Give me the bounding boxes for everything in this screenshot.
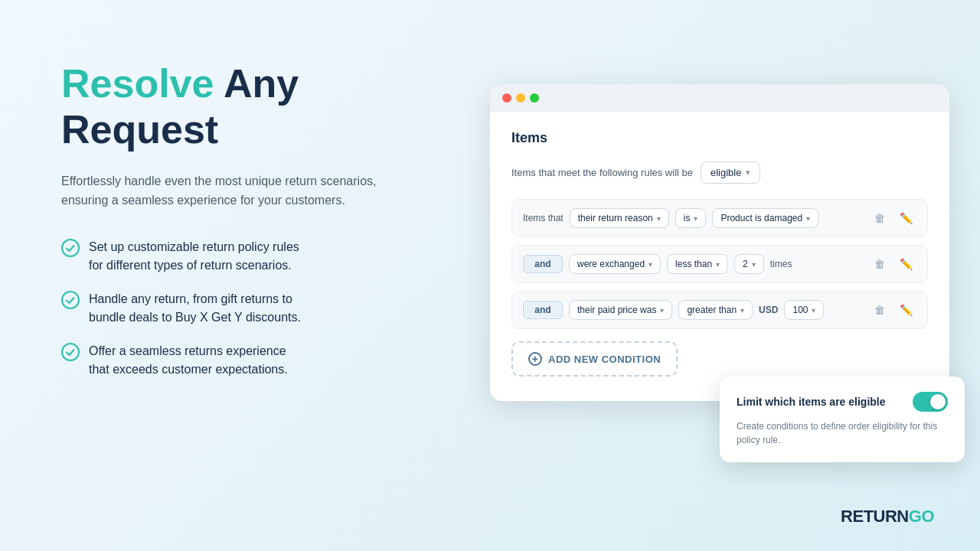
row2-unit: times [770,259,792,269]
check-circle-icon-1 [61,239,80,257]
feature-list: Set up customizable return policy rulesf… [61,238,429,379]
row1-edit-button[interactable]: ✏️ [895,207,916,229]
row2-delete-button[interactable]: 🗑 [869,253,890,275]
feature-item-2: Handle any return, from gift returns tob… [61,290,429,327]
row3-currency: USD [759,305,778,315]
row2-number-value: 2 [743,259,748,269]
eligibility-select[interactable]: eligible ▾ [701,161,760,184]
row2-edit-button[interactable]: ✏️ [895,253,916,275]
row3-operator-value: greater than [687,305,737,315]
add-condition-button[interactable]: + ADD NEW CONDITION [511,341,678,377]
add-condition-plus-icon: + [528,352,542,366]
eligibility-value: eligible [710,167,741,178]
row1-operator-chevron-icon: ▾ [694,214,697,223]
row3-actions: 🗑 ✏️ [869,299,916,321]
row1-field-value: their return reason [578,213,653,223]
dot-red [502,93,511,103]
row3-number-select[interactable]: 100 ▾ [784,300,824,320]
row1-operator-select[interactable]: is ▾ [675,208,707,228]
row1-actions: 🗑 ✏️ [869,207,916,229]
tooltip-description: Create conditions to define order eligib… [737,419,948,447]
left-panel: Resolve AnyRequest Effortlessly handle e… [61,61,429,379]
check-circle-icon-3 [61,343,80,361]
toggle-knob [930,394,946,409]
browser-titlebar [490,84,949,112]
feature-item-3: Offer a seamless returns experiencethat … [61,342,429,379]
row2-actions: 🗑 ✏️ [869,253,916,275]
browser-window: Items Items that meet the following rule… [490,84,949,401]
logo-go: GO [909,507,934,526]
feature-item-1: Set up customizable return policy rulesf… [61,238,429,275]
row2-field-value: were exchanged [577,259,645,269]
browser-content: Items Items that meet the following rule… [490,112,949,401]
row1-delete-button[interactable]: 🗑 [869,207,890,229]
logo-return: RETURN [841,507,909,526]
row1-field-select[interactable]: their return reason ▾ [570,208,669,228]
row2-and-badge: and [523,255,563,273]
row1-value-chevron-icon: ▾ [806,214,810,223]
feature-text-2: Handle any return, from gift returns tob… [89,290,301,327]
eligibility-chevron-icon: ▾ [746,168,750,178]
row1-value-text: Product is damaged [720,213,802,223]
row3-operator-select[interactable]: greater than ▾ [678,300,753,320]
feature-text-3: Offer a seamless returns experiencethat … [89,342,288,379]
add-condition-label: ADD NEW CONDITION [548,354,661,365]
eligibility-label: Items that meet the following rules will… [511,167,693,178]
svg-point-1 [62,292,79,308]
feature-text-1: Set up customizable return policy rulesf… [89,238,299,275]
row1-field-chevron-icon: ▾ [657,214,661,223]
row1-operator-value: is [684,213,691,223]
row3-field-chevron-icon: ▾ [660,306,664,315]
row2-number-select[interactable]: 2 ▾ [734,254,764,274]
row3-number-value: 100 [792,305,808,315]
row3-edit-button[interactable]: ✏️ [895,299,916,321]
dot-yellow [516,93,525,103]
logo: RETURNGO [841,507,934,527]
row3-field-select[interactable]: their paid price was ▾ [569,300,672,320]
toggle-switch[interactable] [913,392,948,412]
dot-green [530,93,539,103]
eligibility-row: Items that meet the following rules will… [511,161,928,184]
row2-operator-chevron-icon: ▾ [716,260,720,269]
row3-and-badge: and [523,301,563,319]
row2-operator-select[interactable]: less than ▾ [667,254,728,274]
row2-operator-value: less than [675,259,712,269]
tooltip-title: Limit which items are eligible [737,396,886,408]
condition-row-2: and were exchanged ▾ less than ▾ 2 ▾ tim… [511,245,928,283]
section-title: Items [511,130,928,146]
row3-delete-button[interactable]: 🗑 [869,299,890,321]
row2-number-chevron-icon: ▾ [752,260,756,269]
tooltip-header: Limit which items are eligible [737,392,948,412]
check-circle-icon-2 [61,291,80,309]
row3-operator-chevron-icon: ▾ [740,306,744,315]
row3-number-chevron-icon: ▾ [812,306,815,315]
subtitle: Effortlessly handle even the most unique… [61,171,383,210]
conditions-container: Items that their return reason ▾ is ▾ Pr… [511,199,928,329]
headline: Resolve AnyRequest [61,61,429,153]
row1-value-select[interactable]: Product is damaged ▾ [712,208,818,228]
condition-row-1: Items that their return reason ▾ is ▾ Pr… [511,199,928,237]
headline-resolve: Resolve [61,61,214,106]
svg-point-0 [62,240,79,256]
row2-field-chevron-icon: ▾ [648,260,652,269]
row1-prefix: Items that [523,213,564,223]
condition-row-3: and their paid price was ▾ greater than … [511,291,928,329]
svg-point-2 [62,344,79,360]
row3-field-value: their paid price was [577,305,656,315]
tooltip-card: Limit which items are eligible Create co… [720,377,965,462]
row2-field-select[interactable]: were exchanged ▾ [569,254,661,274]
